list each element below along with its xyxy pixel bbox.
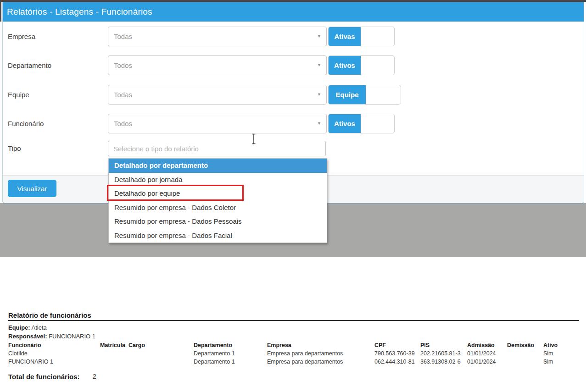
table-row-cell: Departamento 1 [194, 350, 267, 359]
report-total-value: 2 [93, 373, 96, 380]
filter-row-equipe: Equipe Todas ▼ Equipe [0, 85, 586, 105]
tipo-dropdown: Detalhado por departamento Detalhado por… [108, 158, 327, 243]
report-responsavel-value: FUNCIONARIO 1 [49, 333, 95, 340]
departamento-toggle-label: Ativos [329, 56, 361, 75]
report-equipe-label: Equipe: [8, 324, 30, 331]
empresa-ativas-toggle[interactable]: Ativas [328, 27, 395, 46]
funcionario-label: Funcionário [8, 114, 44, 133]
table-row-cell [128, 350, 194, 359]
table-row-cell [100, 350, 128, 359]
equipe-label: Equipe [8, 85, 29, 105]
chevron-down-icon: ▼ [317, 85, 321, 104]
table-row-cell: Empresa para departamentos [267, 359, 374, 367]
report-equipe-value: Atleta [32, 324, 47, 331]
table-row-cell: 202.21605.81-3 [420, 350, 467, 359]
equipe-select[interactable]: Todas ▼ [108, 85, 327, 105]
table-row-cell: 790.563.760-39 [374, 350, 420, 359]
screenshot-left-edge [0, 0, 1, 22]
report-responsavel-line: Responsável: FUNCIONARIO 1 [8, 333, 95, 340]
dropdown-option-detalhado-departamento[interactable]: Detalhado por departamento [109, 159, 327, 173]
dropdown-option-detalhado-equipe[interactable]: Detalhado por equipe [109, 187, 327, 201]
equipe-toggle[interactable]: Equipe [328, 85, 401, 105]
dropdown-option-resumido-pessoais[interactable]: Resumido por empresa - Dados Pessoais [109, 215, 327, 229]
table-row-cell [100, 359, 128, 367]
table-row-cell [507, 359, 543, 367]
report-responsavel-label: Responsável: [8, 333, 47, 340]
funcionario-ativos-toggle[interactable]: Ativos [328, 114, 395, 133]
table-row-cell: Sim [543, 359, 579, 367]
empresa-toggle-label: Ativas [329, 27, 361, 46]
empresa-select-value: Todas [114, 27, 132, 46]
dropdown-option-detalhado-jornada[interactable]: Detalhado por jornada [109, 173, 327, 187]
table-row-cell: Empresa para departamentos [267, 350, 374, 359]
table-row-cell: 01/01/2024 [467, 350, 507, 359]
empresa-select[interactable]: Todas ▼ [108, 27, 327, 46]
tipo-input[interactable] [108, 141, 326, 156]
funcionario-toggle-label: Ativos [329, 114, 361, 133]
equipe-toggle-label: Equipe [329, 85, 366, 104]
chevron-down-icon: ▼ [317, 114, 321, 133]
table-row-cell [128, 359, 194, 367]
departamento-ativos-toggle[interactable]: Ativos [328, 55, 395, 75]
dropdown-option-resumido-coletor[interactable]: Resumido por empresa - Dados Coletor [109, 201, 327, 215]
report-title: Relatório de funcionários [8, 311, 91, 319]
report-total-label: Total de funcionários: [8, 373, 80, 381]
report-title-rule [8, 320, 579, 321]
text-cursor-icon [251, 133, 257, 146]
funcionario-select-value: Todos [114, 114, 132, 133]
chevron-down-icon: ▼ [317, 56, 321, 75]
departamento-select[interactable]: Todos ▼ [108, 55, 327, 75]
table-row-cell: Clotilde [8, 350, 100, 359]
panel-header: Relatórios - Listagens - Funcionários [3, 2, 584, 22]
empresa-label: Empresa [8, 27, 35, 46]
chevron-down-icon: ▼ [317, 27, 321, 46]
funcionario-select[interactable]: Todos ▼ [108, 114, 327, 133]
report-equipe-line: Equipe: Atleta [8, 324, 47, 331]
filter-row-departamento: Departamento Todos ▼ Ativos [0, 55, 586, 75]
dropdown-option-resumido-facial[interactable]: Resumido por empresa - Dados Facial [109, 229, 327, 243]
table-row-cell: Departamento 1 [194, 359, 267, 367]
departamento-label: Departamento [8, 55, 51, 75]
visualizar-button[interactable]: Visualizar [8, 180, 56, 197]
table-row-cell: FUNCIONARIO 1 [8, 359, 100, 367]
tipo-label: Tipo [8, 141, 21, 156]
departamento-select-value: Todos [114, 56, 132, 75]
filter-row-empresa: Empresa Todas ▼ Ativas [0, 27, 586, 46]
filter-row-funcionario: Funcionário Todos ▼ Ativos [0, 114, 586, 133]
report-table: Funcionário Matrícula Cargo Departamento… [8, 342, 579, 367]
page-title: Relatórios - Listagens - Funcionários [7, 2, 152, 22]
table-row-cell: 01/01/2024 [467, 359, 507, 367]
table-row-cell [507, 350, 543, 359]
equipe-select-value: Todas [114, 85, 132, 104]
table-row-cell: 062.444.310-81 [374, 359, 420, 367]
table-row-cell: 363.91308.02-6 [420, 359, 467, 367]
table-row-cell: Sim [543, 350, 579, 359]
